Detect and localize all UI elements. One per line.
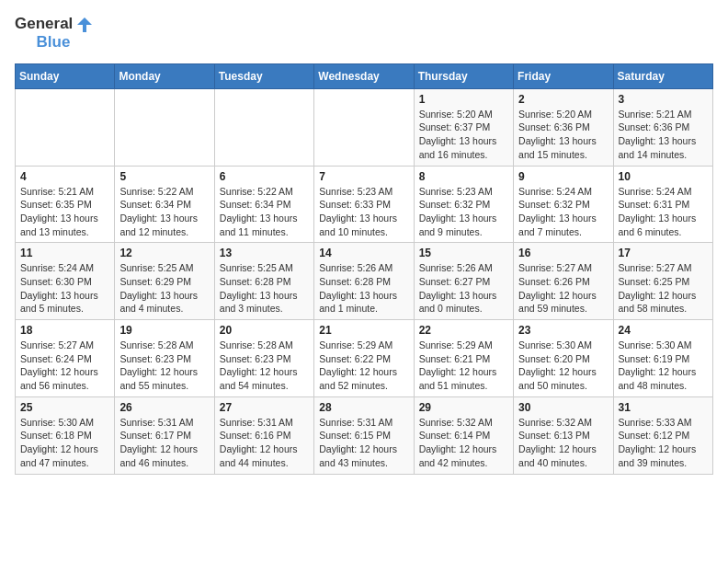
day-info: Sunrise: 5:27 AM Sunset: 6:26 PM Dayligh… (518, 261, 608, 316)
day-info: Sunrise: 5:24 AM Sunset: 6:32 PM Dayligh… (518, 185, 608, 239)
day-number: 25 (20, 401, 109, 414)
day-number: 29 (419, 401, 508, 414)
logo-text: General Blue (15, 15, 92, 52)
day-header-saturday: Saturday (613, 63, 712, 88)
day-header-thursday: Thursday (414, 63, 513, 88)
day-number: 24 (619, 324, 708, 337)
calendar-cell: 27Sunrise: 5:31 AM Sunset: 6:16 PM Dayli… (214, 396, 313, 474)
calendar-cell: 22Sunrise: 5:29 AM Sunset: 6:21 PM Dayli… (414, 320, 513, 397)
week-row-4: 18Sunrise: 5:27 AM Sunset: 6:24 PM Dayli… (16, 320, 713, 397)
day-info: Sunrise: 5:22 AM Sunset: 6:34 PM Dayligh… (119, 185, 209, 239)
day-info: Sunrise: 5:30 AM Sunset: 6:19 PM Dayligh… (619, 339, 708, 393)
day-number: 31 (619, 401, 708, 414)
calendar-cell: 4Sunrise: 5:21 AM Sunset: 6:35 PM Daylig… (16, 166, 115, 243)
day-number: 2 (518, 93, 608, 106)
day-info: Sunrise: 5:27 AM Sunset: 6:24 PM Dayligh… (20, 339, 109, 393)
day-info: Sunrise: 5:23 AM Sunset: 6:32 PM Dayligh… (419, 185, 508, 239)
calendar-cell: 12Sunrise: 5:25 AM Sunset: 6:29 PM Dayli… (115, 243, 214, 320)
day-info: Sunrise: 5:31 AM Sunset: 6:15 PM Dayligh… (319, 416, 408, 470)
day-number: 27 (220, 401, 309, 414)
day-info: Sunrise: 5:26 AM Sunset: 6:27 PM Dayligh… (419, 261, 508, 316)
day-number: 21 (319, 324, 408, 337)
day-number: 23 (518, 324, 608, 337)
week-row-1: 1Sunrise: 5:20 AM Sunset: 6:37 PM Daylig… (16, 88, 713, 166)
calendar-cell: 15Sunrise: 5:26 AM Sunset: 6:27 PM Dayli… (414, 243, 513, 320)
calendar-cell: 9Sunrise: 5:24 AM Sunset: 6:32 PM Daylig… (514, 166, 613, 243)
calendar-cell (16, 88, 115, 166)
day-number: 4 (20, 170, 109, 183)
calendar-cell: 20Sunrise: 5:28 AM Sunset: 6:23 PM Dayli… (214, 320, 313, 397)
day-number: 20 (220, 324, 309, 337)
day-number: 12 (119, 247, 209, 259)
calendar-cell: 30Sunrise: 5:32 AM Sunset: 6:13 PM Dayli… (514, 396, 613, 474)
day-info: Sunrise: 5:29 AM Sunset: 6:22 PM Dayligh… (319, 339, 408, 393)
svg-marker-0 (77, 17, 92, 32)
day-info: Sunrise: 5:30 AM Sunset: 6:20 PM Dayligh… (518, 339, 608, 393)
calendar-cell: 11Sunrise: 5:24 AM Sunset: 6:30 PM Dayli… (16, 243, 115, 320)
day-info: Sunrise: 5:21 AM Sunset: 6:36 PM Dayligh… (619, 108, 708, 162)
calendar-cell: 13Sunrise: 5:25 AM Sunset: 6:28 PM Dayli… (214, 243, 313, 320)
day-info: Sunrise: 5:24 AM Sunset: 6:30 PM Dayligh… (20, 261, 109, 316)
days-header-row: SundayMondayTuesdayWednesdayThursdayFrid… (16, 63, 713, 88)
day-number: 15 (419, 247, 508, 259)
calendar-cell (314, 88, 414, 166)
day-number: 3 (619, 93, 708, 106)
day-number: 8 (419, 170, 508, 183)
day-header-tuesday: Tuesday (214, 63, 313, 88)
day-info: Sunrise: 5:22 AM Sunset: 6:34 PM Dayligh… (220, 185, 309, 239)
day-info: Sunrise: 5:32 AM Sunset: 6:13 PM Dayligh… (518, 416, 608, 470)
calendar-cell: 19Sunrise: 5:28 AM Sunset: 6:23 PM Dayli… (115, 320, 214, 397)
day-number: 14 (319, 247, 408, 259)
day-info: Sunrise: 5:27 AM Sunset: 6:25 PM Dayligh… (619, 261, 708, 316)
calendar-cell: 16Sunrise: 5:27 AM Sunset: 6:26 PM Dayli… (514, 243, 613, 320)
week-row-5: 25Sunrise: 5:30 AM Sunset: 6:18 PM Dayli… (16, 396, 713, 474)
day-number: 28 (319, 401, 408, 414)
calendar-cell: 29Sunrise: 5:32 AM Sunset: 6:14 PM Dayli… (414, 396, 513, 474)
calendar-cell: 17Sunrise: 5:27 AM Sunset: 6:25 PM Dayli… (613, 243, 712, 320)
day-info: Sunrise: 5:25 AM Sunset: 6:28 PM Dayligh… (220, 261, 309, 316)
day-number: 6 (220, 170, 309, 183)
calendar-cell: 18Sunrise: 5:27 AM Sunset: 6:24 PM Dayli… (16, 320, 115, 397)
day-info: Sunrise: 5:32 AM Sunset: 6:14 PM Dayligh… (419, 416, 508, 470)
calendar-cell: 25Sunrise: 5:30 AM Sunset: 6:18 PM Dayli… (16, 396, 115, 474)
day-info: Sunrise: 5:24 AM Sunset: 6:31 PM Dayligh… (619, 185, 708, 239)
day-info: Sunrise: 5:20 AM Sunset: 6:36 PM Dayligh… (518, 108, 608, 162)
week-row-2: 4Sunrise: 5:21 AM Sunset: 6:35 PM Daylig… (16, 166, 713, 243)
day-info: Sunrise: 5:29 AM Sunset: 6:21 PM Dayligh… (419, 339, 508, 393)
week-row-3: 11Sunrise: 5:24 AM Sunset: 6:30 PM Dayli… (16, 243, 713, 320)
calendar-cell: 6Sunrise: 5:22 AM Sunset: 6:34 PM Daylig… (214, 166, 313, 243)
day-number: 16 (518, 247, 608, 259)
day-number: 11 (20, 247, 109, 259)
calendar-cell: 26Sunrise: 5:31 AM Sunset: 6:17 PM Dayli… (115, 396, 214, 474)
day-number: 19 (119, 324, 209, 337)
day-info: Sunrise: 5:30 AM Sunset: 6:18 PM Dayligh… (20, 416, 109, 470)
calendar-cell: 7Sunrise: 5:23 AM Sunset: 6:33 PM Daylig… (314, 166, 414, 243)
day-number: 22 (419, 324, 508, 337)
logo: General Blue (15, 15, 92, 52)
calendar-cell: 28Sunrise: 5:31 AM Sunset: 6:15 PM Dayli… (314, 396, 414, 474)
day-number: 30 (518, 401, 608, 414)
day-info: Sunrise: 5:26 AM Sunset: 6:28 PM Dayligh… (319, 261, 408, 316)
day-number: 18 (20, 324, 109, 337)
day-number: 9 (518, 170, 608, 183)
day-header-sunday: Sunday (16, 63, 115, 88)
calendar-cell: 8Sunrise: 5:23 AM Sunset: 6:32 PM Daylig… (414, 166, 513, 243)
day-info: Sunrise: 5:28 AM Sunset: 6:23 PM Dayligh… (220, 339, 309, 393)
calendar-cell: 14Sunrise: 5:26 AM Sunset: 6:28 PM Dayli… (314, 243, 414, 320)
day-number: 7 (319, 170, 408, 183)
calendar-cell: 3Sunrise: 5:21 AM Sunset: 6:36 PM Daylig… (613, 88, 712, 166)
calendar-cell: 23Sunrise: 5:30 AM Sunset: 6:20 PM Dayli… (514, 320, 613, 397)
day-info: Sunrise: 5:28 AM Sunset: 6:23 PM Dayligh… (119, 339, 209, 393)
day-info: Sunrise: 5:31 AM Sunset: 6:17 PM Dayligh… (119, 416, 209, 470)
day-info: Sunrise: 5:25 AM Sunset: 6:29 PM Dayligh… (119, 261, 209, 316)
calendar-cell: 5Sunrise: 5:22 AM Sunset: 6:34 PM Daylig… (115, 166, 214, 243)
calendar-cell: 1Sunrise: 5:20 AM Sunset: 6:37 PM Daylig… (414, 88, 513, 166)
day-number: 26 (119, 401, 209, 414)
day-header-wednesday: Wednesday (314, 63, 414, 88)
calendar-cell: 21Sunrise: 5:29 AM Sunset: 6:22 PM Dayli… (314, 320, 414, 397)
calendar-cell: 31Sunrise: 5:33 AM Sunset: 6:12 PM Dayli… (613, 396, 712, 474)
calendar-cell: 2Sunrise: 5:20 AM Sunset: 6:36 PM Daylig… (514, 88, 613, 166)
day-info: Sunrise: 5:23 AM Sunset: 6:33 PM Dayligh… (319, 185, 408, 239)
calendar-cell: 24Sunrise: 5:30 AM Sunset: 6:19 PM Dayli… (613, 320, 712, 397)
day-number: 17 (619, 247, 708, 259)
